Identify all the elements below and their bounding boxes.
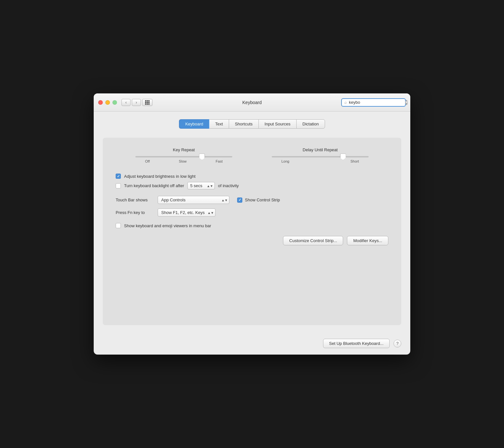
emoji-viewer-label: Show keyboard and emoji viewers in menu …	[124, 223, 211, 228]
titlebar: ‹ › Keyboard ⌕ ✕	[94, 93, 410, 112]
tab-dictation[interactable]: Dictation	[296, 119, 325, 129]
search-input[interactable]	[349, 100, 403, 105]
window-title: Keyboard	[242, 100, 262, 105]
keyboard-preferences-window: ‹ › Keyboard ⌕ ✕ Keyboard Text Shortcuts…	[94, 93, 410, 355]
delay-until-repeat-label: Delay Until Repeat	[303, 147, 338, 152]
help-button[interactable]: ?	[394, 340, 401, 347]
fn-key-row: Press Fn key to Show F1, F2, etc. Keys S…	[116, 208, 388, 217]
grid-view-button[interactable]	[142, 99, 152, 106]
inactivity-label: of inactivity	[218, 183, 239, 188]
emoji-viewer-row: Show keyboard and emoji viewers in menu …	[116, 223, 388, 228]
timeout-select[interactable]: 5 secs 10 secs 30 secs 1 min 5 mins Neve…	[187, 182, 215, 189]
content-area: Keyboard Text Shortcuts Input Sources Di…	[94, 112, 410, 334]
show-control-strip-label: Show Control Strip	[245, 197, 280, 202]
delay-until-repeat-slider[interactable]	[272, 156, 369, 157]
modifier-keys-button[interactable]: Modifier Keys...	[347, 236, 388, 245]
key-repeat-label: Key Repeat	[173, 147, 195, 152]
backlight-label: Turn keyboard backlight off after	[124, 183, 184, 188]
nav-buttons: ‹ ›	[121, 99, 141, 106]
backlight-checkbox[interactable]	[116, 183, 121, 188]
customize-control-strip-button[interactable]: Customize Control Strip...	[283, 236, 343, 245]
fn-key-select[interactable]: Show F1, F2, etc. Keys Show Control Stri…	[158, 208, 215, 217]
footer: Set Up Bluetooth Keyboard... ?	[94, 334, 410, 355]
timeout-select-wrap: 5 secs 10 secs 30 secs 1 min 5 mins Neve…	[187, 182, 215, 189]
brightness-row: Adjust keyboard brightness in low light	[116, 174, 388, 179]
touchbar-select[interactable]: App Controls Expanded Control Strip App …	[158, 196, 229, 204]
minimize-button[interactable]	[105, 100, 110, 105]
emoji-viewer-checkbox[interactable]	[116, 223, 121, 228]
tab-keyboard[interactable]: Keyboard	[179, 119, 209, 129]
fn-key-select-wrap: Show F1, F2, etc. Keys Show Control Stri…	[158, 208, 215, 217]
touchbar-select-wrap: App Controls Expanded Control Strip App …	[158, 196, 229, 204]
delay-scale: Long Short	[281, 159, 359, 163]
brightness-checkbox[interactable]	[116, 174, 121, 179]
brightness-section: Adjust keyboard brightness in low light …	[116, 174, 388, 189]
backlight-row: Turn keyboard backlight off after 5 secs…	[116, 182, 388, 189]
key-repeat-scale: Off Slow Fast	[145, 159, 223, 163]
tab-text[interactable]: Text	[209, 119, 229, 129]
brightness-label: Adjust keyboard brightness in low light	[124, 174, 195, 179]
show-control-strip-checkbox[interactable]	[237, 197, 242, 203]
delay-long: Long	[281, 159, 289, 163]
search-bar: ⌕ ✕	[341, 98, 406, 107]
key-repeat-group: Key Repeat Off Slow Fast	[135, 147, 232, 163]
panel-bottom-buttons: Customize Control Strip... Modifier Keys…	[116, 236, 388, 245]
show-control-strip-group: Show Control Strip	[237, 197, 280, 203]
bluetooth-keyboard-button[interactable]: Set Up Bluetooth Keyboard...	[323, 339, 390, 348]
tabs-bar: Keyboard Text Shortcuts Input Sources Di…	[103, 119, 401, 129]
tab-input-sources[interactable]: Input Sources	[258, 119, 296, 129]
delay-until-repeat-group: Delay Until Repeat Long Short	[272, 147, 369, 163]
traffic-lights	[98, 100, 117, 105]
key-repeat-slow: Slow	[179, 159, 187, 163]
search-clear-button[interactable]: ✕	[405, 100, 408, 105]
search-icon: ⌕	[344, 100, 347, 105]
sliders-row: Key Repeat Off Slow Fast Delay Until Rep…	[116, 147, 388, 163]
delay-short: Short	[351, 159, 359, 163]
key-repeat-slider[interactable]	[135, 156, 232, 157]
forward-button[interactable]: ›	[132, 99, 141, 106]
grid-icon	[145, 100, 150, 105]
tab-shortcuts[interactable]: Shortcuts	[229, 119, 258, 129]
touchbar-label: Touch Bar shows	[116, 197, 154, 202]
key-repeat-fast: Fast	[216, 159, 223, 163]
maximize-button[interactable]	[112, 100, 117, 105]
touchbar-row: Touch Bar shows App Controls Expanded Co…	[116, 196, 388, 204]
close-button[interactable]	[98, 100, 103, 105]
settings-panel: Key Repeat Off Slow Fast Delay Until Rep…	[103, 138, 401, 325]
key-repeat-off: Off	[145, 159, 150, 163]
fn-key-label: Press Fn key to	[116, 210, 154, 215]
back-button[interactable]: ‹	[121, 99, 131, 106]
